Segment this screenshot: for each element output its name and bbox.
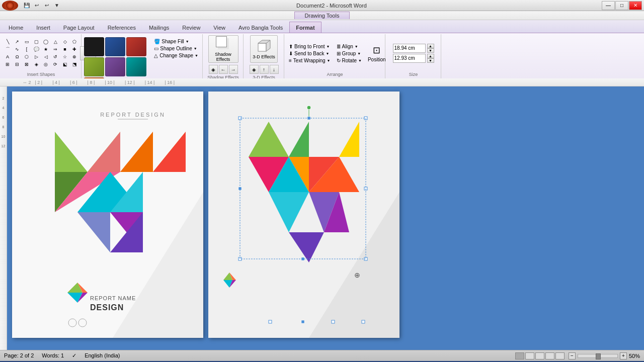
more-qat-btn[interactable]: ▼ <box>52 1 61 10</box>
size-group: ▲ ▼ ▲ ▼ Size <box>386 34 441 78</box>
tab-insert[interactable]: Insert <box>30 22 57 33</box>
shape-wordart[interactable]: Ω <box>13 53 22 60</box>
send-to-back-btn[interactable]: ⬇ Send to Back ▼ <box>287 50 333 57</box>
threed-tilt-down[interactable]: ↓ <box>270 65 279 74</box>
swatch-blue[interactable] <box>105 37 125 56</box>
shape-curved[interactable]: ⌒ <box>3 46 12 53</box>
position-btn[interactable]: ⊡ Position <box>366 44 388 63</box>
tab-references[interactable]: References <box>101 22 142 33</box>
print-layout-btn[interactable] <box>515 352 524 359</box>
minimize-button[interactable]: — <box>602 1 615 10</box>
shape-sm5[interactable]: ☆ <box>60 53 69 60</box>
shape-sm9[interactable]: ⊠ <box>22 61 31 68</box>
width-input[interactable] <box>393 44 426 53</box>
shape-text[interactable]: A <box>3 53 12 60</box>
shape-rounded-rect[interactable]: ▢ <box>32 38 41 45</box>
width-spin-up[interactable]: ▲ <box>427 44 434 48</box>
shape-sm3[interactable]: ◁ <box>41 53 50 60</box>
zoom-in-btn[interactable]: + <box>620 352 627 359</box>
threed-effects-group: 3-D Effects ◈ ↑ ↓ 3-D Effects <box>244 34 284 78</box>
shadow-nudge-right[interactable]: → <box>229 65 238 74</box>
shape-callout[interactable]: 💬 <box>32 46 41 53</box>
shadow-color-btn[interactable]: ◈ <box>209 65 218 74</box>
shape-fill-btn[interactable]: 🪣 Shape Fill ▼ <box>152 38 200 45</box>
shadow-effects-btn[interactable]: Shadow Effects <box>208 35 238 63</box>
zoom-level: 50% <box>629 353 640 359</box>
shape-triangle[interactable]: △ <box>51 38 60 45</box>
height-spin-up[interactable]: ▲ <box>427 54 434 58</box>
swatch-green[interactable] <box>84 57 104 76</box>
tab-mailings[interactable]: Mailings <box>142 22 176 33</box>
shape-sm2[interactable]: ▷ <box>32 53 41 60</box>
text-wrapping-btn[interactable]: ≡ Text Wrapping ▼ <box>287 57 333 64</box>
swatch-red[interactable] <box>126 37 146 56</box>
zoom-slider[interactable] <box>578 354 618 358</box>
shape-freeform[interactable]: ∿ <box>13 46 22 53</box>
shape-star[interactable]: ★ <box>41 46 50 53</box>
shape-bracket[interactable]: [ <box>22 46 31 53</box>
bring-to-front-btn[interactable]: ⬆ Bring to Front ▼ <box>287 43 333 50</box>
draft-btn[interactable] <box>555 352 565 359</box>
undo-qat-btn[interactable]: ↩ <box>32 1 41 10</box>
shape-rect[interactable]: ▭ <box>22 38 31 45</box>
shape-diamond[interactable]: ◇ <box>60 38 69 45</box>
shape-sm1[interactable]: ⬡ <box>22 53 31 60</box>
svg-marker-36 <box>269 192 309 232</box>
shape-outline-btn[interactable]: ▭ Shape Outline ▼ <box>152 45 200 52</box>
shape-sm4[interactable]: ↺ <box>51 53 60 60</box>
zoom-out-btn[interactable]: − <box>569 352 576 359</box>
width-spin-down[interactable]: ▼ <box>427 48 434 53</box>
swatch-teal[interactable] <box>126 57 146 76</box>
tab-review[interactable]: Review <box>176 22 207 33</box>
shape-line[interactable]: ╲ <box>3 38 12 45</box>
change-shape-icon: △ <box>154 53 158 58</box>
change-shape-btn[interactable]: △ Change Shape ▼ <box>152 52 200 59</box>
shape-block[interactable]: ■ <box>60 46 69 53</box>
shape-sm11[interactable]: ◎ <box>41 61 50 68</box>
shape-sm12[interactable]: ⟳ <box>51 61 60 68</box>
swatch-black[interactable] <box>84 37 104 56</box>
tab-page-layout[interactable]: Page Layout <box>57 22 101 33</box>
shadow-nudge-left[interactable]: ← <box>219 65 228 74</box>
shape-sm7[interactable]: ⊞ <box>3 61 12 68</box>
align-btn[interactable]: ≣ Align ▼ <box>335 43 364 50</box>
svg-marker-33 <box>339 122 359 157</box>
svg-rect-57 <box>301 320 304 323</box>
threed-color-btn[interactable]: ◈ <box>250 65 259 74</box>
svg-point-25 <box>68 319 76 327</box>
shape-sm13[interactable]: ⬕ <box>60 61 69 68</box>
tab-format[interactable]: Format <box>289 22 321 33</box>
tab-home[interactable]: Home <box>2 22 30 33</box>
width-row: ▲ ▼ <box>393 44 434 53</box>
height-input[interactable] <box>393 54 426 63</box>
threed-btn[interactable]: 3-D Effects <box>250 35 278 63</box>
tab-avro[interactable]: Avro Bangla Tools <box>232 22 289 33</box>
shape-circle[interactable]: ◯ <box>41 38 50 45</box>
shape-arrow[interactable]: ↗ <box>13 38 22 45</box>
status-right: − + 50% <box>515 352 640 359</box>
full-screen-btn[interactable] <box>525 352 534 359</box>
group-btn[interactable]: ⊞ Group ▼ <box>335 50 364 57</box>
shape-sm6[interactable]: ⊕ <box>70 53 79 60</box>
shape-sm10[interactable]: ◈ <box>32 61 41 68</box>
shape-sm8[interactable]: ⊟ <box>13 61 22 68</box>
page-status: Page: 2 of 2 <box>4 352 34 359</box>
threed-effects-content: 3-D Effects ◈ ↑ ↓ <box>246 35 282 74</box>
shape-sm14[interactable]: ⬔ <box>70 61 79 68</box>
redo-qat-btn[interactable]: ↩ <box>42 1 51 10</box>
web-layout-btn[interactable] <box>535 352 544 359</box>
maximize-button[interactable]: □ <box>615 1 628 10</box>
office-button[interactable] <box>2 1 18 11</box>
tab-view[interactable]: View <box>207 22 232 33</box>
rotate-btn[interactable]: ↻ Rotate ▼ <box>335 57 364 64</box>
height-spin-down[interactable]: ▼ <box>427 58 434 63</box>
shape-pentagon[interactable]: ⬠ <box>70 38 79 45</box>
save-qat-btn[interactable]: 💾 <box>22 1 31 10</box>
swatch-purple[interactable] <box>105 57 125 76</box>
close-button[interactable]: ✕ <box>629 1 642 10</box>
outline-view-btn[interactable] <box>545 352 554 359</box>
shape-cross[interactable]: ✚ <box>70 46 79 53</box>
threed-tilt-up[interactable]: ↑ <box>260 65 269 74</box>
svg-point-40 <box>307 106 311 110</box>
shape-arrow2[interactable]: ⇒ <box>51 46 60 53</box>
